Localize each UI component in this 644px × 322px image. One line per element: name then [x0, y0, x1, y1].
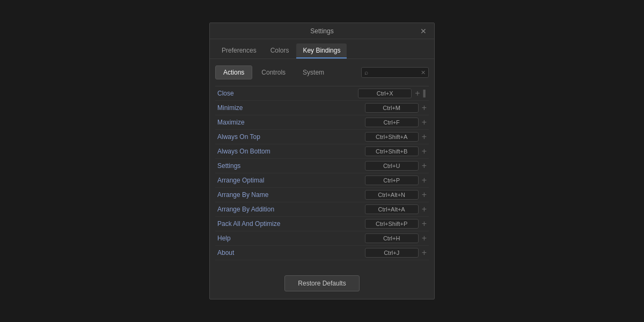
binding-key[interactable]: Ctrl+H [365, 233, 419, 243]
search-box: ⌕ ✕ [361, 67, 429, 78]
binding-name: Arrange By Addition [215, 206, 365, 213]
binding-key[interactable]: Ctrl+Alt+A [365, 204, 419, 214]
binding-name: About [215, 249, 365, 257]
binding-name: Help [215, 235, 365, 242]
binding-name: Settings [215, 162, 365, 170]
subtab-system[interactable]: System [295, 65, 332, 79]
binding-key[interactable]: Ctrl+Shift+P [365, 219, 419, 229]
search-input[interactable] [370, 69, 419, 76]
binding-key[interactable]: Ctrl+Shift+A [365, 132, 419, 142]
binding-key[interactable]: Ctrl+F [365, 118, 419, 127]
subtab-controls[interactable]: Controls [253, 65, 294, 79]
binding-key[interactable]: Ctrl+U [365, 161, 419, 171]
binding-key[interactable]: Ctrl+P [365, 175, 419, 185]
binding-name: Maximize [215, 119, 365, 126]
binding-add-button[interactable]: + [419, 219, 429, 228]
binding-add-button[interactable]: + [419, 162, 429, 170]
binding-add-button[interactable]: + [419, 118, 429, 127]
binding-name: Close [215, 90, 358, 97]
titlebar: Settings ✕ [210, 23, 434, 39]
table-row: Always On TopCtrl+Shift+A+ [215, 130, 429, 144]
restore-btn-row: Restore Defaults [210, 267, 434, 299]
binding-name: Arrange By Name [215, 191, 365, 199]
tab-keybindings[interactable]: Key Bindings [296, 43, 347, 58]
binding-add-button[interactable]: + [412, 89, 422, 98]
search-clear-button[interactable]: ✕ [421, 69, 426, 76]
table-row: MinimizeCtrl+M+ [215, 101, 429, 115]
binding-add-button[interactable]: + [419, 147, 429, 156]
binding-name: Always On Top [215, 133, 365, 141]
binding-name: Arrange Optimal [215, 177, 365, 184]
binding-key[interactable]: Ctrl+X [358, 89, 412, 98]
table-row: HelpCtrl+H+ [215, 231, 429, 246]
binding-name: Minimize [215, 104, 365, 112]
scroll-indicator: ▌ [422, 90, 429, 97]
binding-add-button[interactable]: + [419, 133, 429, 141]
binding-add-button[interactable]: + [419, 248, 429, 257]
restore-defaults-button[interactable]: Restore Defaults [284, 275, 359, 291]
close-button[interactable]: ✕ [418, 26, 429, 36]
table-row: Always On BottomCtrl+Shift+B+ [215, 144, 429, 159]
table-row: Pack All And OptimizeCtrl+Shift+P+ [215, 217, 429, 231]
table-row: Arrange OptimalCtrl+P+ [215, 173, 429, 188]
binding-key[interactable]: Ctrl+Alt+N [365, 190, 419, 200]
binding-key[interactable]: Ctrl+J [365, 248, 419, 258]
binding-name: Pack All And Optimize [215, 220, 365, 228]
binding-add-button[interactable]: + [419, 234, 429, 243]
search-icon: ⌕ [364, 69, 368, 76]
binding-key[interactable]: Ctrl+M [365, 103, 419, 113]
table-row: CloseCtrl+X+▌ [215, 86, 429, 101]
bindings-list: CloseCtrl+X+▌MinimizeCtrl+M+MaximizeCtrl… [215, 86, 429, 260]
main-content: Actions Controls System ⌕ ✕ CloseCtrl+X+… [210, 59, 434, 267]
binding-add-button[interactable]: + [419, 205, 429, 214]
table-row: AboutCtrl+J+ [215, 246, 429, 260]
tab-colors[interactable]: Colors [264, 43, 296, 58]
main-tabs: Preferences Colors Key Bindings [210, 39, 434, 59]
table-row: Arrange By AdditionCtrl+Alt+A+ [215, 202, 429, 217]
binding-key[interactable]: Ctrl+Shift+B [365, 147, 419, 156]
binding-add-button[interactable]: + [419, 191, 429, 199]
binding-add-button[interactable]: + [419, 176, 429, 185]
binding-add-button[interactable]: + [419, 104, 429, 112]
tab-preferences[interactable]: Preferences [215, 43, 263, 58]
table-row: MaximizeCtrl+F+ [215, 115, 429, 130]
subtab-actions[interactable]: Actions [215, 65, 252, 79]
table-row: SettingsCtrl+U+ [215, 159, 429, 173]
subtabs-row: Actions Controls System ⌕ ✕ [215, 65, 429, 79]
dialog-title: Settings [226, 27, 418, 35]
table-row: Arrange By NameCtrl+Alt+N+ [215, 188, 429, 202]
binding-name: Always On Bottom [215, 148, 365, 155]
settings-dialog: Settings ✕ Preferences Colors Key Bindin… [209, 23, 435, 299]
